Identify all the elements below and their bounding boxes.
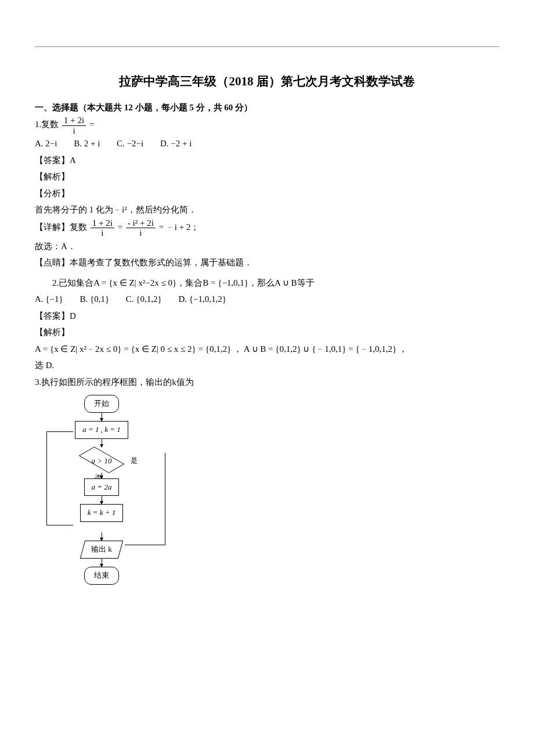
loop-line bbox=[46, 431, 73, 525]
q2-so: 选 D. bbox=[35, 357, 499, 374]
q1-fraction: 1 + 2i i bbox=[62, 116, 86, 135]
frac-den: i bbox=[62, 126, 86, 136]
flow-output-text: 输出 k bbox=[91, 542, 112, 557]
flow-output: 输出 k bbox=[80, 541, 123, 559]
q1-jiexi: 【解析】 bbox=[35, 168, 499, 185]
yes-line-horizontal bbox=[125, 545, 165, 545]
arrow-icon bbox=[102, 439, 102, 447]
section-heading: 一、选择题（本大题共 12 小题，每小题 5 分，共 60 分） bbox=[35, 99, 499, 116]
arrow-icon bbox=[102, 473, 102, 478]
flow-update-a: a = 2a bbox=[84, 478, 120, 496]
opt-b: B. {0,1} bbox=[80, 294, 109, 304]
opt-d: D. {−1,0,1,2} bbox=[179, 294, 226, 304]
opt-c: C. −2−i bbox=[117, 139, 143, 148]
opt-b: B. 2 + i bbox=[74, 139, 100, 148]
arrow-icon bbox=[102, 559, 102, 567]
detail-frac1: 1 + 2i i bbox=[91, 218, 114, 238]
eq: = bbox=[118, 222, 122, 232]
opt-a: A. 2−i bbox=[35, 139, 57, 148]
q1-stem: 1.复数 1 + 2i i = bbox=[35, 116, 499, 135]
flow-update-k: k = k + 1 bbox=[80, 504, 124, 522]
flow-decision: a > 10 是 否 bbox=[78, 448, 125, 471]
arrow-icon bbox=[102, 532, 102, 541]
opt-d: D. −2 + i bbox=[160, 139, 192, 148]
q2-work: A = {x ∈ Z| x²﹣2x ≤ 0} = {x ∈ Z| 0 ≤ x ≤… bbox=[35, 341, 499, 358]
label-yes: 是 bbox=[131, 454, 138, 467]
q3-stem: 3.执行如图所示的程序框图，输出的k值为 bbox=[35, 374, 499, 391]
q2-stem: 2.已知集合A = {x ∈ Z| x²−2x ≤ 0}，集合B = {−1,0… bbox=[35, 275, 499, 291]
flowchart: 开始 a = 1 , k = 1 a > 10 是 否 a = 2a k = k… bbox=[49, 395, 154, 584]
frac-den: i bbox=[91, 228, 114, 238]
flow-init: a = 1 , k = 1 bbox=[75, 421, 128, 439]
frac-num: 1 + 2i bbox=[62, 116, 86, 126]
frac-den: i bbox=[126, 228, 156, 238]
q1-options: A. 2−i B. 2 + i C. −2−i D. −2 + i bbox=[35, 135, 499, 152]
q1-suffix: = bbox=[89, 120, 94, 129]
arrow-icon bbox=[102, 496, 102, 504]
opt-a: A. {−1} bbox=[35, 294, 63, 304]
flow-column: 开始 a = 1 , k = 1 a > 10 是 否 a = 2a k = k… bbox=[49, 395, 154, 584]
yes-line-vertical bbox=[165, 453, 165, 545]
q2-answer: 【答案】D bbox=[35, 308, 499, 325]
q1-answer: 【答案】A bbox=[35, 152, 499, 169]
q1-dianjing: 【点睛】本题考查了复数代数形式的运算，属于基础题． bbox=[35, 254, 499, 271]
arrow-icon bbox=[102, 413, 102, 421]
detail-prefix: 【详解】复数 bbox=[35, 222, 87, 232]
q2-options: A. {−1} B. {0,1} C. {0,1,2} D. {−1,0,1,2… bbox=[35, 291, 499, 308]
page-title: 拉萨中学高三年级（2018 届）第七次月考文科数学试卷 bbox=[35, 70, 499, 93]
flow-end: 结束 bbox=[84, 567, 119, 585]
top-rule bbox=[35, 46, 499, 47]
frac-num: 1 + 2i bbox=[91, 218, 114, 229]
flow-start: 开始 bbox=[84, 395, 119, 413]
q2-jiexi: 【解析】 bbox=[35, 324, 499, 341]
q1-fenxi-text: 首先将分子的 1 化为﹣i²，然后约分化简． bbox=[35, 201, 499, 218]
q1-prefix: 1.复数 bbox=[35, 120, 59, 129]
flow-cond: a > 10 bbox=[78, 454, 125, 469]
detail-tail: = ﹣i + 2； bbox=[159, 222, 200, 232]
q1-so: 故选：A． bbox=[35, 238, 499, 255]
q1-detail: 【详解】复数 1 + 2i i = - i² + 2i i = ﹣i + 2； bbox=[35, 218, 499, 238]
frac-num: - i² + 2i bbox=[126, 218, 156, 229]
detail-frac2: - i² + 2i i bbox=[126, 218, 156, 238]
opt-c: C. {0,1,2} bbox=[126, 294, 162, 304]
q1-fenxi: 【分析】 bbox=[35, 185, 499, 202]
